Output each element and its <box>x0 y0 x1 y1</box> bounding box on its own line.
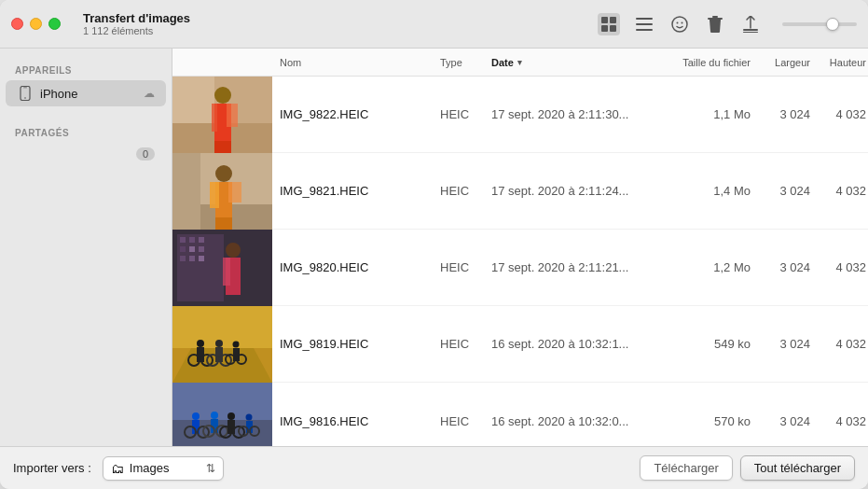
file-date: 17 sept. 2020 à 2:11:21... <box>491 260 668 274</box>
svg-point-71 <box>211 412 218 419</box>
svg-rect-41 <box>199 246 204 252</box>
maximize-button[interactable] <box>48 18 61 30</box>
svg-rect-11 <box>712 16 718 18</box>
minimize-button[interactable] <box>30 18 42 30</box>
svg-rect-42 <box>180 256 186 261</box>
table-row[interactable]: IMG_9820.HEIC HEIC 17 sept. 2020 à 2:11:… <box>172 230 868 306</box>
titlebar: Transfert d'images 1 112 éléments <box>0 0 868 49</box>
delete-button[interactable] <box>704 13 726 35</box>
thumbnail <box>172 383 272 446</box>
file-name: IMG_9816.HEIC <box>272 414 440 428</box>
col-header-width: Largeur <box>762 57 818 68</box>
table-row[interactable]: IMG_9816.HEIC HEIC 16 sept. 2020 à 10:32… <box>172 383 868 446</box>
svg-rect-6 <box>636 29 653 31</box>
svg-rect-1 <box>610 17 616 23</box>
list-view-button[interactable] <box>633 13 655 35</box>
window-subtitle: 1 112 éléments <box>83 25 190 36</box>
download-all-button[interactable]: Tout télécharger <box>740 455 855 481</box>
svg-point-7 <box>672 17 687 32</box>
svg-rect-44 <box>199 256 204 261</box>
iphone-icon <box>17 85 34 102</box>
file-size: 570 ko <box>668 414 762 428</box>
svg-rect-16 <box>23 88 27 89</box>
file-height: 4 032 <box>818 414 868 428</box>
svg-point-79 <box>246 414 253 421</box>
col-header-type: Type <box>440 57 491 68</box>
svg-rect-24 <box>214 141 231 153</box>
svg-point-52 <box>197 340 204 347</box>
svg-rect-30 <box>210 182 219 208</box>
svg-rect-13 <box>743 32 758 33</box>
svg-rect-65 <box>172 383 272 420</box>
iphone-label: iPhone <box>40 87 140 101</box>
dropdown-arrows-icon: ⇅ <box>206 462 215 475</box>
svg-rect-2 <box>601 25 608 32</box>
svg-rect-35 <box>177 234 224 301</box>
thumbnail <box>172 230 272 306</box>
main-content: Appareils iPhone ☁ Partagés 0 <box>0 49 868 446</box>
file-type: HEIC <box>440 337 491 351</box>
devices-section-label: Appareils <box>0 60 172 79</box>
file-width: 3 024 <box>762 337 818 351</box>
file-name: IMG_9819.HEIC <box>272 337 440 351</box>
file-date: 16 sept. 2020 à 10:32:1... <box>491 337 668 351</box>
table-row[interactable]: IMG_9819.HEIC HEIC 16 sept. 2020 à 10:32… <box>172 306 868 383</box>
thumbnail <box>172 306 272 383</box>
file-type: HEIC <box>440 414 491 428</box>
svg-point-67 <box>192 412 200 420</box>
cloud-icon: ☁ <box>144 87 155 100</box>
file-height: 4 032 <box>818 337 868 351</box>
svg-rect-10 <box>708 18 723 20</box>
svg-rect-39 <box>180 246 186 252</box>
svg-rect-40 <box>189 246 195 252</box>
file-type: HEIC <box>440 260 491 274</box>
file-height: 4 032 <box>818 260 868 274</box>
thumbnail <box>172 77 272 153</box>
file-width: 3 024 <box>762 260 818 274</box>
file-date: 17 sept. 2020 à 2:11:30... <box>491 107 668 121</box>
file-size: 1,2 Mo <box>668 260 762 274</box>
thumbnail <box>172 153 272 230</box>
svg-rect-0 <box>601 17 608 23</box>
svg-point-75 <box>227 412 235 420</box>
export-button[interactable] <box>739 13 762 35</box>
svg-point-45 <box>226 243 241 258</box>
folder-name: Images <box>130 461 200 475</box>
column-headers: Nom Type Date ▾ Taille du fichier Largeu… <box>172 49 868 77</box>
svg-rect-23 <box>227 104 238 127</box>
svg-rect-4 <box>636 18 653 20</box>
sidebar: Appareils iPhone ☁ Partagés 0 <box>0 49 172 446</box>
sidebar-item-iphone[interactable]: iPhone ☁ <box>6 80 166 106</box>
window-controls <box>11 18 61 30</box>
zoom-slider[interactable] <box>782 22 857 26</box>
svg-rect-53 <box>197 347 204 362</box>
file-width: 3 024 <box>762 414 818 428</box>
import-label: Importer vers : <box>13 461 91 475</box>
file-name: IMG_9821.HEIC <box>272 184 440 198</box>
svg-rect-27 <box>172 153 200 230</box>
svg-rect-31 <box>228 182 241 203</box>
file-width: 3 024 <box>762 107 818 121</box>
download-button[interactable]: Télécharger <box>640 455 732 481</box>
file-list-container: Nom Type Date ▾ Taille du fichier Largeu… <box>172 49 868 446</box>
close-button[interactable] <box>11 18 23 30</box>
grid-view-button[interactable] <box>598 13 620 35</box>
footer: Importer vers : 🗂 Images ⇅ Télécharger T… <box>0 446 868 489</box>
file-name: IMG_9822.HEIC <box>272 107 440 121</box>
sidebar-item-shared[interactable]: 0 <box>6 143 166 165</box>
file-date: 16 sept. 2020 à 10:32:0... <box>491 414 668 428</box>
toolbar <box>598 13 857 35</box>
table-row[interactable]: IMG_9822.HEIC HEIC 17 sept. 2020 à 2:11:… <box>172 77 868 153</box>
col-header-size: Taille du fichier <box>668 57 762 68</box>
svg-point-28 <box>215 165 232 182</box>
file-width: 3 024 <box>762 184 818 198</box>
import-destination-dropdown[interactable]: 🗂 Images ⇅ <box>103 456 224 481</box>
shared-section-label: Partagés <box>0 122 172 142</box>
svg-point-8 <box>677 21 679 23</box>
table-row[interactable]: IMG_9821.HEIC HEIC 17 sept. 2020 à 2:11:… <box>172 153 868 230</box>
faces-button[interactable] <box>668 13 691 35</box>
svg-rect-3 <box>610 25 616 32</box>
col-header-date[interactable]: Date ▾ <box>491 57 668 68</box>
file-height: 4 032 <box>818 107 868 121</box>
file-type: HEIC <box>440 184 491 198</box>
